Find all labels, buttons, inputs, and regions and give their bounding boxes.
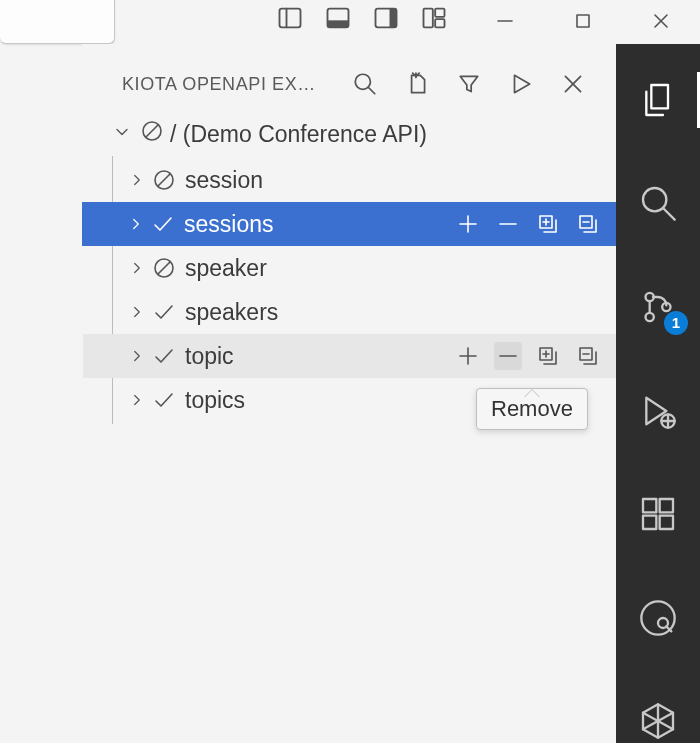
check-icon (149, 388, 179, 412)
chevron-right-icon[interactable] (125, 303, 149, 321)
tree-item-label: topic (179, 343, 234, 370)
tree-item-session[interactable]: session (83, 158, 616, 202)
chevron-right-icon[interactable] (125, 259, 149, 277)
chevron-right-icon[interactable] (124, 215, 148, 233)
svg-rect-47 (643, 499, 656, 512)
chevron-right-icon[interactable] (125, 171, 149, 189)
svg-line-40 (663, 208, 675, 220)
svg-line-20 (158, 174, 170, 186)
tree-item-speaker[interactable]: speaker (83, 246, 616, 290)
tree-item-label: speaker (179, 255, 267, 282)
svg-rect-0 (280, 9, 301, 28)
circle-slash-icon (149, 256, 179, 280)
remove-icon[interactable]: Remove (494, 342, 522, 370)
add-icon[interactable] (454, 342, 482, 370)
filter-icon[interactable] (454, 69, 484, 99)
svg-rect-8 (435, 19, 444, 27)
check-icon (148, 212, 178, 236)
svg-rect-6 (424, 9, 433, 28)
close-panel-icon[interactable] (558, 69, 588, 99)
svg-rect-50 (660, 499, 673, 512)
chevron-down-icon[interactable] (108, 121, 136, 148)
tree-item-label: speakers (179, 299, 278, 326)
tree-item-label: sessions (178, 211, 273, 238)
maximize-button[interactable] (566, 4, 600, 38)
search-icon[interactable] (350, 69, 380, 99)
tree-item-label: topics (179, 387, 245, 414)
expand-all-icon[interactable] (534, 342, 562, 370)
layout-sidebar-right-icon[interactable] (372, 4, 400, 36)
minimize-button[interactable] (488, 4, 522, 38)
close-window-button[interactable] (644, 4, 678, 38)
tree-item-speakers[interactable]: speakers (83, 290, 616, 334)
search-activity-icon[interactable] (636, 182, 680, 226)
tree-item-topics[interactable]: topics (83, 378, 616, 422)
svg-rect-7 (435, 9, 444, 17)
tree-root[interactable]: / (Demo Conference API) (82, 112, 616, 156)
layout-panel-bottom-icon[interactable] (324, 4, 352, 36)
svg-rect-3 (328, 20, 349, 27)
tree-item-sessions[interactable]: sessions (82, 202, 616, 246)
add-icon[interactable] (454, 210, 482, 238)
layout-sidebar-left-icon[interactable] (276, 4, 304, 36)
tree-root-label: / (Demo Conference API) (170, 121, 427, 148)
svg-line-30 (158, 262, 170, 274)
remove-icon[interactable] (494, 210, 522, 238)
collapse-all-icon[interactable] (574, 342, 602, 370)
tree-item-topic[interactable]: topic Remove (83, 334, 616, 378)
source-control-badge: 1 (664, 311, 688, 335)
source-control-icon[interactable]: 1 (636, 285, 680, 329)
check-icon (149, 300, 179, 324)
panel-title: KIOTA OPENAPI EX… (122, 74, 320, 95)
explorer-icon[interactable] (636, 78, 680, 122)
run-debug-icon[interactable] (636, 389, 680, 433)
svg-rect-10 (577, 15, 589, 27)
check-icon (149, 344, 179, 368)
go-to-file-icon[interactable] (402, 69, 432, 99)
tree-item-label: session (179, 167, 263, 194)
svg-rect-48 (643, 516, 656, 529)
collapse-all-icon[interactable] (574, 210, 602, 238)
svg-line-18 (146, 125, 158, 137)
circle-slash-icon (140, 119, 164, 149)
svg-point-42 (646, 313, 654, 321)
svg-line-14 (368, 87, 375, 94)
svg-rect-49 (660, 516, 673, 529)
extensions-icon[interactable] (636, 492, 680, 536)
kiota-icon[interactable] (636, 699, 680, 743)
chevron-right-icon[interactable] (125, 347, 149, 365)
tab-stub[interactable] (0, 0, 115, 44)
expand-all-icon[interactable] (534, 210, 562, 238)
run-icon[interactable] (506, 69, 536, 99)
chevron-right-icon[interactable] (125, 391, 149, 409)
remote-icon[interactable] (636, 596, 680, 640)
svg-rect-5 (390, 9, 397, 28)
layout-customize-icon[interactable] (420, 4, 448, 36)
circle-slash-icon (149, 168, 179, 192)
